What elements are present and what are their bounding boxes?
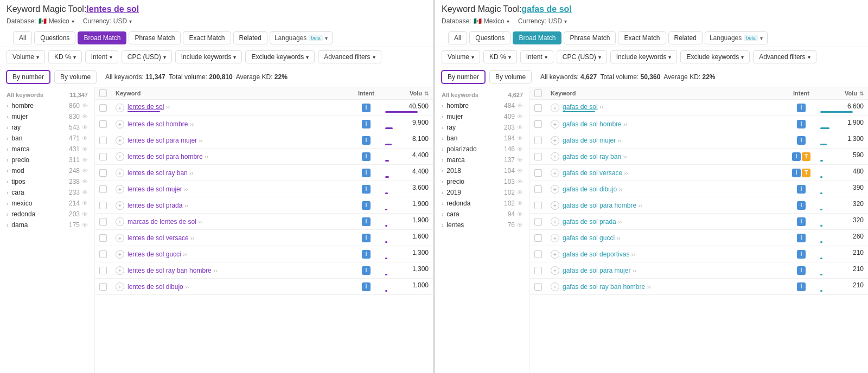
sidebar-item-dama[interactable]: › dama 175 👁 [0, 220, 94, 230]
keyword-link[interactable]: gafas de sol gucci [563, 234, 615, 242]
keyword-link[interactable]: gafas de sol dibujo [563, 185, 617, 193]
row-checkbox[interactable] [534, 120, 542, 128]
row-checkbox[interactable] [534, 250, 542, 258]
row-checkbox[interactable] [99, 169, 107, 177]
add-keyword-button[interactable]: + [551, 234, 559, 242]
tab-related[interactable]: Related [668, 31, 703, 44]
filter-volume[interactable]: Volume ▾ [442, 50, 480, 63]
row-checkbox[interactable] [534, 169, 542, 177]
eye-icon[interactable]: 👁 [82, 211, 88, 217]
add-keyword-button[interactable]: + [116, 152, 124, 161]
row-checkbox[interactable] [99, 202, 107, 209]
row-checkbox[interactable] [99, 185, 107, 193]
keyword-link[interactable]: gafas de sol versace [563, 169, 622, 177]
tab-related[interactable]: Related [233, 31, 267, 44]
sidebar-item-hombre[interactable]: › hombre 860 👁 [0, 100, 94, 111]
filter-exclude[interactable]: Exclude keywords ▾ [680, 50, 750, 63]
header-volume-col[interactable]: Volu ⇅ [385, 90, 429, 97]
filter-advanced[interactable]: Advanced filters ▾ [318, 50, 381, 63]
filter-kd[interactable]: KD % ▾ [48, 50, 82, 63]
sidebar-item-2019[interactable]: › 2019 102 👁 [435, 187, 529, 198]
keyword-link[interactable]: lentes de sol [127, 103, 164, 111]
tab-broad-match[interactable]: Broad Match [513, 31, 561, 44]
view-by-number-button[interactable]: By number [442, 70, 485, 83]
keyword-link[interactable]: lentes de sol hombre [127, 120, 188, 128]
sidebar-item-precio[interactable]: › precio 311 👁 [0, 155, 94, 165]
sidebar-item-precio[interactable]: › precio 103 👁 [435, 176, 529, 187]
sidebar-item-ban[interactable]: › ban 471 👁 [0, 133, 94, 144]
keyword-link[interactable]: lentes de sol versace [127, 234, 189, 242]
row-checkbox[interactable] [99, 104, 107, 112]
eye-icon[interactable]: 👁 [517, 146, 523, 152]
eye-icon[interactable]: 👁 [82, 113, 88, 120]
eye-icon[interactable]: 👁 [82, 189, 88, 196]
keyword-link[interactable]: gafas de sol deportivas [563, 250, 629, 258]
currency-selector[interactable]: Currency: USD ▾ [83, 17, 132, 25]
eye-icon[interactable]: 👁 [82, 157, 88, 163]
keyword-link[interactable]: lentes de sol dibujo [127, 283, 183, 291]
filter-intent[interactable]: Intent ▾ [520, 50, 553, 63]
filter-volume[interactable]: Volume ▾ [7, 50, 45, 63]
keyword-link[interactable]: gafas de sol [563, 103, 598, 111]
row-checkbox[interactable] [99, 218, 107, 226]
row-checkbox[interactable] [99, 250, 107, 258]
eye-icon[interactable]: 👁 [517, 124, 523, 131]
add-keyword-button[interactable]: + [551, 169, 559, 177]
database-selector[interactable]: Database: 🇲🇽 Mexico ▾ [442, 17, 509, 25]
tab-phrase-match[interactable]: Phrase Match [129, 31, 181, 44]
add-keyword-button[interactable]: + [116, 250, 124, 259]
filter-include[interactable]: Include keywords ▾ [610, 50, 678, 63]
add-keyword-button[interactable]: + [551, 120, 559, 128]
row-checkbox[interactable] [534, 153, 542, 160]
sidebar-item-tipos[interactable]: › tipos 238 👁 [0, 176, 94, 187]
tab-exact-match[interactable]: Exact Match [183, 31, 231, 44]
add-keyword-button[interactable]: + [551, 104, 559, 112]
sidebar-item-polarizado[interactable]: › polarizado 146 👁 [435, 144, 529, 155]
keyword-link[interactable]: lentes de sol mujer [127, 185, 182, 193]
select-all-checkbox[interactable] [99, 89, 107, 97]
add-keyword-button[interactable]: + [116, 104, 124, 112]
filter-intent[interactable]: Intent ▾ [85, 50, 118, 63]
tab-broad-match[interactable]: Broad Match [78, 31, 126, 44]
keyword-link[interactable]: lentes de sol para hombre [127, 153, 203, 160]
keyword-link[interactable]: gafas de sol ray ban hombre [563, 283, 645, 291]
eye-icon[interactable]: 👁 [517, 211, 523, 217]
view-by-volume-button[interactable]: By volume [489, 70, 532, 83]
row-checkbox[interactable] [534, 104, 542, 112]
keyword-link[interactable]: lentes de sol para mujer [127, 137, 197, 144]
filter-exclude[interactable]: Exclude keywords ▾ [245, 50, 315, 63]
tab-exact-match[interactable]: Exact Match [618, 31, 666, 44]
row-checkbox[interactable] [99, 267, 107, 274]
keyword-link[interactable]: lentes de sol gucci [127, 250, 181, 258]
eye-icon[interactable]: 👁 [517, 135, 523, 142]
eye-icon[interactable]: 👁 [82, 222, 88, 228]
eye-icon[interactable]: 👁 [82, 168, 88, 174]
keyword-link[interactable]: gafas de sol hombre [563, 120, 622, 128]
tab-questions[interactable]: Questions [34, 31, 75, 44]
eye-icon[interactable]: 👁 [517, 157, 523, 163]
row-checkbox[interactable] [99, 120, 107, 128]
tab-questions[interactable]: Questions [469, 31, 510, 44]
eye-icon[interactable]: 👁 [82, 135, 88, 142]
add-keyword-button[interactable]: + [116, 120, 124, 128]
sidebar-item-mod[interactable]: › mod 248 👁 [0, 165, 94, 176]
row-checkbox[interactable] [534, 185, 542, 193]
keyword-link[interactable]: gafas de sol mujer [563, 137, 616, 144]
row-checkbox[interactable] [99, 153, 107, 160]
keyword-link[interactable]: lentes de sol ray ban hombre [127, 267, 212, 274]
sidebar-item-ray[interactable]: › ray 203 👁 [435, 122, 529, 133]
filter-kd[interactable]: KD % ▾ [483, 50, 517, 63]
add-keyword-button[interactable]: + [116, 201, 124, 210]
eye-icon[interactable]: 👁 [517, 200, 523, 207]
eye-icon[interactable]: 👁 [517, 113, 523, 120]
add-keyword-button[interactable]: + [116, 266, 124, 275]
filter-include[interactable]: Include keywords ▾ [175, 50, 242, 63]
row-checkbox[interactable] [534, 283, 542, 291]
row-checkbox[interactable] [534, 267, 542, 274]
tab-languages[interactable]: Languages beta ▾ [270, 31, 333, 44]
add-keyword-button[interactable]: + [551, 217, 559, 226]
view-by-number-button[interactable]: By number [7, 70, 50, 83]
row-checkbox[interactable] [99, 137, 107, 144]
tab-all[interactable]: All [448, 31, 467, 44]
add-keyword-button[interactable]: + [116, 136, 124, 145]
